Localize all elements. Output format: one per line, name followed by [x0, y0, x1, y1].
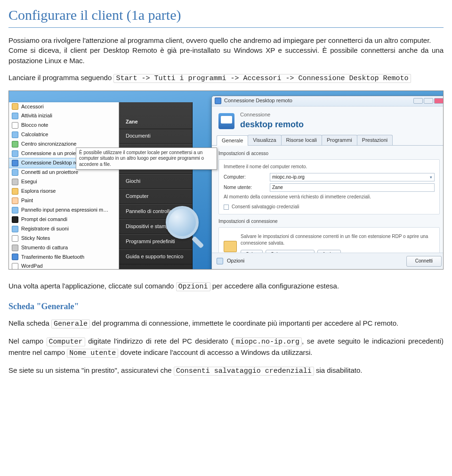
- dialog-tabs: GeneraleVisualizzaRisorse localiProgramm…: [212, 135, 444, 146]
- sec2-p2-b: digitate l'indirizzo di rete del PC desi…: [88, 337, 234, 345]
- options-icon: [217, 258, 223, 264]
- sec2-p3: Se siete su un sistema "in prestito", as…: [8, 365, 444, 377]
- tab-prestazioni[interactable]: Prestazioni: [357, 135, 393, 146]
- tooltip: È possibile utilizzare il computer local…: [76, 148, 217, 170]
- start-item[interactable]: Trasferimento file Bluetooth: [9, 253, 119, 262]
- start-folder-accessori[interactable]: Accessori: [9, 102, 119, 112]
- program-icon: [12, 235, 18, 242]
- start-item-label: Sticky Notes: [21, 235, 50, 242]
- username-value: Zane: [272, 184, 283, 191]
- kbd-computer: Computer: [47, 337, 85, 346]
- dialog-header-small: Connessione: [240, 111, 304, 119]
- launch-path-kbd: Start -> Tutti i programmi -> Accessori …: [113, 74, 411, 83]
- conn-hint: Salvare le impostazioni di connessione c…: [241, 233, 435, 247]
- start-item-label: Esegui: [21, 178, 37, 186]
- program-icon: [12, 245, 18, 251]
- kbd-generale: Generale: [51, 320, 90, 328]
- rdc-icon: [218, 113, 234, 129]
- tab-risorse-locali[interactable]: Risorse locali: [281, 135, 322, 146]
- tab-programmi[interactable]: Programmi: [322, 135, 357, 146]
- rdc-dialog: Connessione Desktop remoto Connessione d…: [211, 96, 444, 270]
- program-icon: [12, 188, 18, 195]
- options-button[interactable]: Opzioni: [227, 257, 244, 265]
- start-item[interactable]: Attività iniziali: [9, 111, 119, 121]
- start-user[interactable]: Zane: [119, 104, 192, 130]
- sec2-p2: Nel campo Computer digitate l'indirizzo …: [8, 336, 444, 359]
- rdc-small-icon: [215, 98, 221, 104]
- dialog-titlebar[interactable]: Connessione Desktop remoto: [212, 96, 444, 107]
- login-group-title: Impostazioni di accesso: [218, 150, 440, 157]
- start-item[interactable]: Sticky Notes: [9, 234, 119, 243]
- kbd-nomeutente: Nome utente: [67, 349, 118, 358]
- tab-visualizza[interactable]: Visualizza: [248, 135, 281, 146]
- program-icon: [12, 263, 18, 269]
- folder-icon: [224, 241, 237, 252]
- dialog-header: Connessione desktop remoto: [212, 107, 444, 135]
- folder-icon: [12, 103, 18, 110]
- start-place-item[interactable]: Guida e supporto tecnico: [119, 249, 192, 264]
- start-item[interactable]: Blocco note: [9, 121, 119, 130]
- start-menu-places: Zane DocumentiImmaginiMusicaGiochiComput…: [119, 102, 193, 270]
- sec2-p1-a: Nella scheda: [8, 319, 51, 327]
- program-icon: [12, 160, 18, 166]
- connect-button[interactable]: Connetti: [406, 256, 442, 267]
- start-item[interactable]: Pannello input penna espressioni m…: [9, 205, 119, 215]
- start-item-label: Attività iniziali: [21, 112, 52, 120]
- start-item-label: Centro sincronizzazione: [21, 140, 76, 148]
- start-item[interactable]: Esplora risorse: [9, 187, 119, 196]
- login-group: Immettere il nome del computer remoto. C…: [218, 159, 440, 215]
- save-cred-checkbox[interactable]: Consenti salvataggio credenziali: [224, 204, 435, 211]
- sec2-p1: Nella scheda Generale del programma di c…: [8, 318, 444, 329]
- minimize-icon[interactable]: [413, 98, 423, 104]
- maximize-icon[interactable]: [424, 98, 433, 104]
- start-item-label: Blocco note: [21, 122, 48, 129]
- close-icon[interactable]: [434, 98, 444, 104]
- launch-prefix: Lanciare il programma seguendo: [8, 74, 113, 82]
- cred-hint: Al momento della connessione verrà richi…: [224, 194, 435, 201]
- start-user-label: Zane: [126, 118, 138, 126]
- start-place-item[interactable]: Computer: [119, 189, 192, 204]
- page-title: Configurare il client (1a parte): [8, 5, 444, 28]
- sec2-p3-a: Se siete su un sistema "in prestito", as…: [8, 366, 174, 374]
- computer-field[interactable]: miopc.no-ip.org ▾: [270, 173, 435, 181]
- start-item-label: Prompt dei comandi: [21, 216, 67, 223]
- start-place-item[interactable]: Giochi: [119, 174, 192, 189]
- program-icon: [12, 216, 18, 223]
- screenshot: Accessori Attività inizialiBlocco noteCa…: [8, 90, 444, 270]
- start-item[interactable]: Paint: [9, 196, 119, 205]
- program-icon: [12, 141, 18, 148]
- program-icon: [12, 197, 18, 204]
- kbd-consenti: Consenti salvataggio credenziali: [174, 367, 314, 376]
- start-folder-label: Accessori: [21, 103, 44, 111]
- start-item-label: Calcolatrice: [21, 131, 48, 139]
- start-place-item[interactable]: Documenti: [119, 129, 192, 144]
- program-icon: [12, 169, 18, 176]
- start-item-label: Registratore di suoni: [21, 225, 69, 233]
- start-item[interactable]: Registratore di suoni: [9, 224, 119, 234]
- after-shot-paragraph: Una volta aperta l'applicazione, cliccat…: [8, 281, 444, 292]
- program-icon: [12, 131, 18, 138]
- username-label: Nome utente:: [224, 184, 266, 191]
- sec2-p2-d: dovete indicare l'account di accesso a W…: [120, 348, 312, 356]
- start-item[interactable]: WordPad: [9, 262, 119, 269]
- program-icon: [12, 254, 18, 260]
- username-field[interactable]: Zane: [270, 183, 435, 192]
- start-item[interactable]: Esegui: [9, 177, 119, 187]
- tab-generale[interactable]: Generale: [217, 135, 248, 146]
- checkbox-icon: [224, 205, 229, 210]
- intro-paragraph: Possiamo ora rivolgere l'attenzione al p…: [8, 35, 444, 66]
- start-item-label: WordPad: [21, 263, 43, 269]
- start-item[interactable]: Calcolatrice: [9, 130, 119, 140]
- start-menu-programs: Accessori Attività inizialiBlocco noteCa…: [9, 102, 119, 270]
- sec2-p2-a: Nel campo: [8, 337, 47, 345]
- sec2-p1-b: del programma di connessione, immettete …: [92, 319, 398, 327]
- start-item-label: Connetti ad un proiettore: [21, 169, 78, 176]
- after-shot-prefix: Una volta aperta l'applicazione, cliccat…: [8, 282, 176, 290]
- start-item[interactable]: Prompt dei comandi: [9, 215, 119, 224]
- kbd-address: miopc.no-ip.org: [234, 337, 302, 346]
- start-item-label: Pannello input penna espressioni m…: [21, 206, 108, 214]
- start-item[interactable]: Strumento di cattura: [9, 243, 119, 253]
- magnifier-icon: [166, 206, 199, 239]
- program-icon: [12, 179, 18, 185]
- dialog-header-big: desktop remoto: [240, 118, 304, 131]
